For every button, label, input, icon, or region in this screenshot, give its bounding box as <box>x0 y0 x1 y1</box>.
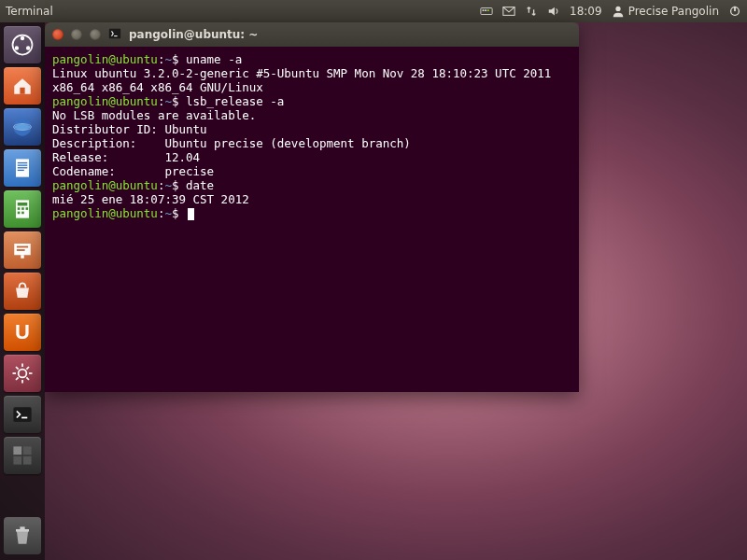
window-titlebar[interactable]: pangolin@ubuntu: ~ <box>45 22 579 47</box>
svg-point-11 <box>26 46 30 49</box>
svg-rect-46 <box>16 529 29 532</box>
svg-rect-19 <box>18 170 24 171</box>
terminal-command: lsb_release -a <box>186 94 284 108</box>
svg-rect-23 <box>21 207 24 210</box>
terminal-window: pangolin@ubuntu: ~ pangolin@ubuntu:~$ un… <box>45 22 579 392</box>
svg-point-5 <box>615 7 620 11</box>
terminal-command: date <box>186 178 214 192</box>
svg-rect-1 <box>483 9 485 11</box>
launcher-writer[interactable] <box>4 149 41 187</box>
terminal-output-line: Description: Ubuntu precise (development… <box>52 136 571 150</box>
svg-rect-29 <box>17 249 25 251</box>
svg-rect-47 <box>20 526 24 529</box>
keyboard-indicator-icon[interactable] <box>480 5 493 18</box>
svg-rect-22 <box>18 207 21 210</box>
terminal-output: Description: Ubuntu precise (development… <box>52 136 411 150</box>
ubuntu-one-glyph: U <box>15 320 30 344</box>
terminal-output: mié 25 ene 18:07:39 CST 2012 <box>52 192 249 206</box>
launcher-workspace-switcher[interactable] <box>4 437 41 474</box>
user-menu[interactable]: Precise Pangolin <box>612 5 719 18</box>
unity-launcher: U <box>0 22 45 560</box>
svg-line-37 <box>26 377 29 380</box>
cursor-icon <box>188 208 194 220</box>
launcher-terminal[interactable] <box>4 396 41 433</box>
prompt-userhost: pangolin@ubuntu <box>52 52 158 66</box>
prompt-userhost: pangolin@ubuntu <box>52 94 158 108</box>
svg-line-36 <box>16 367 19 370</box>
svg-rect-3 <box>487 9 489 11</box>
svg-point-10 <box>15 46 19 49</box>
prompt-path: ~ <box>164 178 172 192</box>
svg-rect-2 <box>485 9 486 11</box>
svg-rect-48 <box>109 28 120 38</box>
window-maximize-button[interactable] <box>90 29 101 40</box>
terminal-output: Release: 12.04 <box>52 150 200 164</box>
terminal-output-line: Release: 12.04 <box>52 150 571 164</box>
svg-rect-18 <box>18 167 28 168</box>
svg-rect-26 <box>21 212 24 215</box>
svg-rect-16 <box>18 162 28 163</box>
window-minimize-button[interactable] <box>71 29 82 40</box>
svg-rect-21 <box>18 203 28 206</box>
svg-line-38 <box>26 367 29 370</box>
system-tray: 18:09 Precise Pangolin <box>480 5 741 18</box>
terminal-prompt-line: pangolin@ubuntu:~$ <box>52 206 571 220</box>
user-label: Precise Pangolin <box>628 5 719 18</box>
launcher-ubuntu-one[interactable]: U <box>4 314 41 351</box>
launcher-dash[interactable] <box>4 26 41 63</box>
svg-rect-30 <box>21 255 24 259</box>
terminal-command-line: pangolin@ubuntu:~$ lsb_release -a <box>52 94 571 108</box>
svg-point-9 <box>21 36 24 40</box>
svg-rect-43 <box>23 446 32 455</box>
prompt-path: ~ <box>164 52 172 66</box>
prompt-userhost: pangolin@ubuntu <box>52 206 158 220</box>
clock[interactable]: 18:09 <box>570 5 602 18</box>
launcher-browser[interactable] <box>4 108 41 146</box>
launcher-software-center[interactable] <box>4 273 41 310</box>
launcher-files[interactable] <box>4 67 41 105</box>
mail-icon[interactable] <box>502 5 515 18</box>
terminal-output: Linux ubuntu 3.2.0-2-generic #5-Ubuntu S… <box>52 66 558 94</box>
launcher-calc[interactable] <box>4 190 41 228</box>
svg-rect-28 <box>17 246 28 248</box>
launcher-impress[interactable] <box>4 231 41 269</box>
svg-rect-45 <box>23 456 32 465</box>
terminal-output: No LSB modules are available. <box>52 108 256 122</box>
network-icon[interactable] <box>525 5 538 18</box>
prompt-path: ~ <box>164 206 172 220</box>
terminal-output-line: mié 25 ene 18:07:39 CST 2012 <box>52 192 571 206</box>
window-title: pangolin@ubuntu: ~ <box>129 28 258 41</box>
terminal-output: Codename: precise <box>52 164 214 178</box>
prompt-path: ~ <box>164 94 172 108</box>
terminal-icon <box>108 27 121 43</box>
svg-rect-7 <box>734 7 736 11</box>
terminal-command-line: pangolin@ubuntu:~$ uname -a <box>52 52 571 66</box>
svg-rect-12 <box>20 88 24 94</box>
terminal-command-line: pangolin@ubuntu:~$ date <box>52 178 571 192</box>
launcher-settings[interactable] <box>4 355 41 392</box>
svg-rect-42 <box>13 446 21 455</box>
terminal-output-line: No LSB modules are available. <box>52 108 571 122</box>
terminal-output-line: Codename: precise <box>52 164 571 178</box>
active-app-label: Terminal <box>6 5 53 18</box>
svg-rect-25 <box>18 212 21 215</box>
svg-line-39 <box>16 377 19 380</box>
launcher-trash[interactable] <box>4 517 41 554</box>
svg-rect-17 <box>18 165 28 166</box>
svg-rect-44 <box>13 456 21 465</box>
top-panel: Terminal 18:09 Precise Pangolin <box>0 0 747 22</box>
svg-point-31 <box>19 370 27 378</box>
svg-rect-24 <box>26 207 29 210</box>
power-icon[interactable] <box>728 5 741 18</box>
terminal-output-line: Distributor ID: Ubuntu <box>52 122 571 136</box>
volume-icon[interactable] <box>547 5 560 18</box>
terminal-command: uname -a <box>186 52 242 66</box>
terminal-output-line: Linux ubuntu 3.2.0-2-generic #5-Ubuntu S… <box>52 66 571 94</box>
svg-rect-40 <box>13 407 31 422</box>
prompt-userhost: pangolin@ubuntu <box>52 178 158 192</box>
terminal-output: Distributor ID: Ubuntu <box>52 122 207 136</box>
terminal-body[interactable]: pangolin@ubuntu:~$ uname -aLinux ubuntu … <box>45 47 579 392</box>
window-close-button[interactable] <box>52 29 63 40</box>
